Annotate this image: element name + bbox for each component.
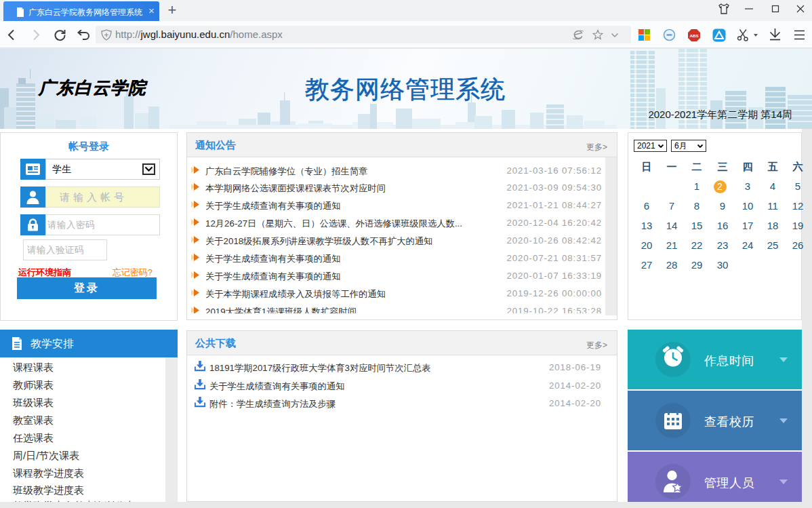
svg-text:ABS: ABS: [689, 33, 698, 38]
